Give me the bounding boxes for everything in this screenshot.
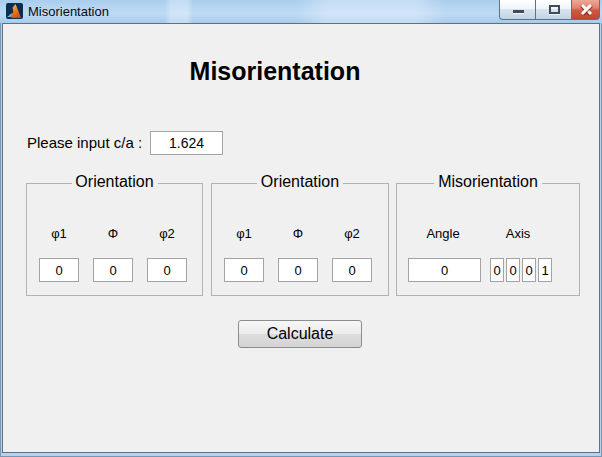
axis-input-4[interactable] <box>538 258 552 282</box>
matlab-logo-icon <box>6 3 23 19</box>
axis-label: Axis <box>488 226 548 242</box>
misorientation-group-title: Misorientation <box>434 173 542 191</box>
orientation-group-1-title: Orientation <box>71 173 157 191</box>
close-button[interactable] <box>571 0 600 20</box>
maximize-button[interactable] <box>535 0 572 20</box>
figure-canvas: Misorientation Please input c/a : Orient… <box>2 23 600 453</box>
maximize-icon <box>549 5 560 14</box>
misorientation-window: Misorientation Misorientation Please inp… <box>0 0 602 457</box>
minimize-button[interactable] <box>499 0 536 20</box>
phi2-label-2: φ2 <box>332 226 372 242</box>
phi2-input-2[interactable] <box>332 258 372 282</box>
titlebar-reflection <box>296 0 446 23</box>
misorientation-group: Misorientation Angle Axis <box>396 183 580 296</box>
axis-input-1[interactable] <box>490 258 504 282</box>
angle-label: Angle <box>413 226 473 242</box>
ca-ratio-label: Please input c/a : <box>27 133 142 153</box>
phi1-label-2: φ1 <box>224 226 264 242</box>
orientation-group-2: Orientation φ1 Φ φ2 <box>211 183 389 296</box>
Phi-label-1: Φ <box>93 226 133 242</box>
Phi-label-2: Φ <box>278 226 318 242</box>
titlebar-reflection <box>165 0 193 23</box>
orientation-group-1: Orientation φ1 Φ φ2 <box>26 183 203 296</box>
axis-input-2[interactable] <box>506 258 520 282</box>
phi1-label-1: φ1 <box>39 226 79 242</box>
axis-input-3[interactable] <box>522 258 536 282</box>
close-icon <box>580 4 593 15</box>
window-title: Misorientation <box>28 0 109 23</box>
page-title: Misorientation <box>100 57 450 89</box>
Phi-input-2[interactable] <box>278 258 318 282</box>
phi2-input-1[interactable] <box>147 258 187 282</box>
angle-input[interactable] <box>408 258 481 282</box>
calculate-button[interactable]: Calculate <box>238 320 362 348</box>
titlebar[interactable]: Misorientation <box>0 0 602 23</box>
phi2-label-1: φ2 <box>147 226 187 242</box>
Phi-input-1[interactable] <box>93 258 133 282</box>
phi1-input-1[interactable] <box>39 258 79 282</box>
ca-ratio-input[interactable] <box>150 131 223 155</box>
phi1-input-2[interactable] <box>224 258 264 282</box>
orientation-group-2-title: Orientation <box>257 173 343 191</box>
minimize-icon <box>513 10 524 13</box>
